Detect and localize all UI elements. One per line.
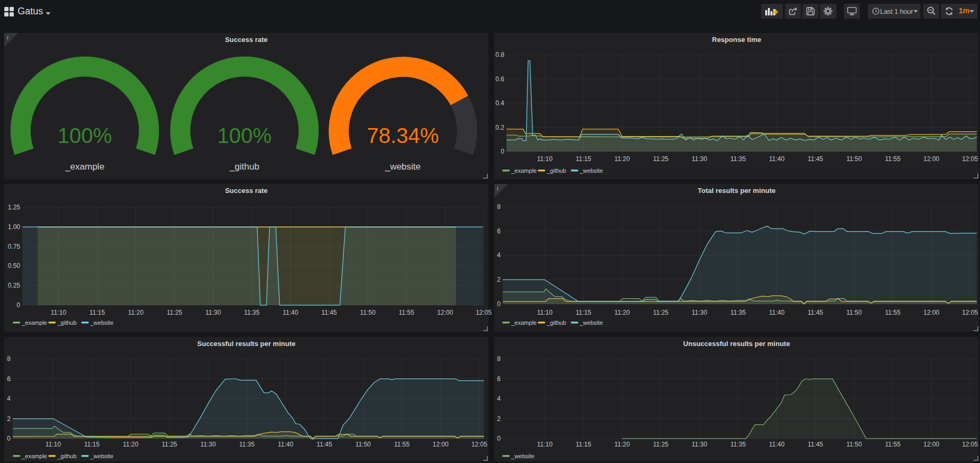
svg-text:11:20: 11:20 <box>614 441 630 448</box>
svg-text:12:00: 12:00 <box>923 155 939 163</box>
svg-text:_example: _example <box>65 162 105 172</box>
svg-text:11:30: 11:30 <box>691 155 707 163</box>
svg-text:11:55: 11:55 <box>885 309 900 316</box>
svg-text:12:05: 12:05 <box>476 309 492 316</box>
svg-text:6: 6 <box>7 375 11 383</box>
svg-text:11:15: 11:15 <box>576 155 591 163</box>
svg-text:_example: _example <box>511 167 537 174</box>
svg-text:12:05: 12:05 <box>962 155 978 163</box>
svg-text:11:40: 11:40 <box>769 441 784 448</box>
svg-text:12:05: 12:05 <box>471 441 487 448</box>
svg-text:11:40: 11:40 <box>278 441 293 448</box>
svg-text:8: 8 <box>497 355 501 363</box>
svg-text:4: 4 <box>7 395 11 402</box>
svg-text:11:10: 11:10 <box>45 441 61 448</box>
svg-text:_github: _github <box>229 162 259 172</box>
svg-text:11:35: 11:35 <box>730 155 746 163</box>
svg-text:12:00: 12:00 <box>923 441 939 448</box>
svg-text:11:45: 11:45 <box>317 441 332 448</box>
svg-text:11:55: 11:55 <box>399 309 414 316</box>
svg-text:0.2: 0.2 <box>495 124 504 131</box>
svg-text:0.8: 0.8 <box>495 51 504 58</box>
svg-text:_example: _example <box>21 319 47 326</box>
svg-text:11:40: 11:40 <box>769 155 784 163</box>
svg-text:11:50: 11:50 <box>846 309 861 316</box>
svg-text:11:20: 11:20 <box>614 155 630 163</box>
svg-text:11:15: 11:15 <box>89 309 105 316</box>
svg-text:11:35: 11:35 <box>730 441 746 448</box>
svg-text:4: 4 <box>497 395 501 402</box>
svg-text:1.00: 1.00 <box>8 223 21 231</box>
svg-text:11:20: 11:20 <box>614 309 630 316</box>
svg-text:4: 4 <box>497 251 501 259</box>
svg-text:12:05: 12:05 <box>962 309 978 316</box>
svg-text:11:25: 11:25 <box>653 155 669 163</box>
svg-text:12:05: 12:05 <box>962 441 978 448</box>
svg-text:11:40: 11:40 <box>769 309 784 316</box>
svg-text:_github: _github <box>57 319 77 326</box>
svg-text:11:25: 11:25 <box>653 309 669 316</box>
svg-text:11:35: 11:35 <box>239 441 255 448</box>
svg-text:11:30: 11:30 <box>691 309 707 316</box>
svg-text:_github: _github <box>546 167 566 174</box>
svg-text:11:15: 11:15 <box>84 441 99 448</box>
svg-text:11:50: 11:50 <box>846 441 861 448</box>
svg-text:0: 0 <box>16 301 20 309</box>
svg-text:_example: _example <box>511 319 537 326</box>
svg-text:0.50: 0.50 <box>8 262 21 270</box>
svg-text:12:00: 12:00 <box>437 309 453 316</box>
svg-text:11:10: 11:10 <box>537 155 552 163</box>
svg-text:100%: 100% <box>57 124 112 147</box>
svg-text:11:45: 11:45 <box>808 155 823 163</box>
svg-text:_website: _website <box>90 453 113 459</box>
svg-text:11:55: 11:55 <box>394 441 410 448</box>
svg-text:11:30: 11:30 <box>691 441 707 448</box>
svg-text:11:25: 11:25 <box>653 441 669 448</box>
svg-text:11:20: 11:20 <box>123 441 138 448</box>
svg-text:2: 2 <box>497 276 501 283</box>
svg-text:_example: _example <box>21 453 47 459</box>
svg-text:_website: _website <box>579 319 603 326</box>
svg-text:11:10: 11:10 <box>537 309 552 316</box>
svg-text:11:50: 11:50 <box>356 441 371 448</box>
svg-text:_github: _github <box>546 319 566 326</box>
svg-text:11:45: 11:45 <box>808 309 823 316</box>
svg-text:_website: _website <box>384 162 420 172</box>
svg-text:11:25: 11:25 <box>167 309 182 316</box>
svg-text:11:45: 11:45 <box>322 309 337 316</box>
svg-text:0.4: 0.4 <box>495 99 504 107</box>
svg-text:_website: _website <box>511 453 534 459</box>
svg-text:11:55: 11:55 <box>885 441 900 448</box>
svg-text:11:30: 11:30 <box>205 309 221 316</box>
svg-text:0: 0 <box>501 148 504 155</box>
svg-text:2: 2 <box>497 415 501 423</box>
svg-text:12:00: 12:00 <box>923 309 939 316</box>
svg-text:11:55: 11:55 <box>885 155 900 163</box>
svg-text:11:35: 11:35 <box>244 309 259 316</box>
svg-text:12:00: 12:00 <box>433 441 449 448</box>
svg-text:11:35: 11:35 <box>730 309 746 316</box>
svg-text:0.6: 0.6 <box>495 75 504 83</box>
svg-text:11:30: 11:30 <box>200 441 216 448</box>
svg-text:8: 8 <box>497 203 501 211</box>
svg-text:100%: 100% <box>217 124 272 147</box>
svg-text:78.34%: 78.34% <box>367 124 439 147</box>
svg-text:8: 8 <box>7 355 11 363</box>
svg-text:11:25: 11:25 <box>162 441 177 448</box>
svg-text:11:50: 11:50 <box>846 155 861 163</box>
svg-text:1.25: 1.25 <box>8 204 21 211</box>
svg-text:11:45: 11:45 <box>808 441 823 448</box>
svg-text:11:40: 11:40 <box>283 309 298 316</box>
svg-text:11:15: 11:15 <box>576 309 591 316</box>
svg-text:0: 0 <box>497 435 501 442</box>
svg-text:11:10: 11:10 <box>537 441 552 448</box>
svg-text:11:50: 11:50 <box>360 309 375 316</box>
svg-text:0: 0 <box>7 435 11 442</box>
svg-text:0: 0 <box>497 300 501 308</box>
svg-text:6: 6 <box>497 228 501 235</box>
svg-text:_github: _github <box>57 453 77 459</box>
svg-text:2: 2 <box>7 415 11 423</box>
svg-text:11:15: 11:15 <box>576 441 591 448</box>
svg-text:_website: _website <box>90 319 113 326</box>
svg-text:0.75: 0.75 <box>8 243 21 250</box>
